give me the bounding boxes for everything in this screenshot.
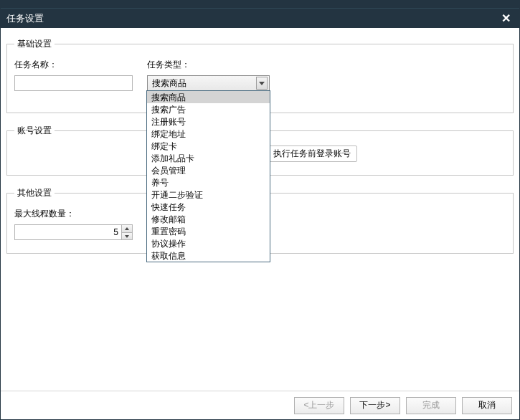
task-type-option[interactable]: 开通二步验证 (147, 188, 270, 201)
chevron-up-icon (125, 227, 129, 230)
max-threads-spinner[interactable] (14, 224, 158, 240)
task-type-option[interactable]: 添加礼品卡 (147, 152, 270, 164)
task-type-option[interactable]: 重置密码 (147, 225, 270, 237)
next-button[interactable]: 下一步> (350, 397, 400, 414)
task-type-dropdown-button[interactable] (256, 77, 268, 90)
task-type-option[interactable]: 注册账号 (147, 115, 270, 128)
other-settings-legend: 其他设置 (14, 187, 55, 199)
dialog-body: 基础设置 任务名称： 任务类型： 搜索商品 搜索商 (1, 28, 519, 391)
task-name-input[interactable] (14, 75, 133, 91)
top-strip (1, 1, 519, 8)
login-before-task-label: 执行任务前登录账号 (273, 148, 351, 160)
dialog-footer: <上一步 下一步> 完成 取消 (1, 391, 519, 419)
window-title: 任务设置 (6, 12, 498, 25)
chevron-down-icon (125, 235, 129, 238)
task-type-option[interactable]: 协议操作 (147, 237, 270, 249)
task-type-option[interactable]: 绑定地址 (147, 128, 270, 140)
basic-settings-legend: 基础设置 (14, 38, 55, 50)
task-type-option[interactable]: 绑定卡 (147, 140, 270, 152)
task-type-combo-box[interactable]: 搜索商品 (147, 75, 270, 91)
max-threads-label: 最大线程数量： (14, 208, 136, 224)
task-type-option[interactable]: 养号 (147, 176, 270, 188)
cancel-button[interactable]: 取消 (462, 397, 512, 414)
max-threads-down-button[interactable] (122, 232, 132, 239)
chevron-down-icon (259, 82, 265, 85)
task-type-option[interactable]: 获取信息 (147, 249, 270, 262)
task-type-dropdown-list[interactable]: 搜索商品搜索广告注册账号绑定地址绑定卡添加礼品卡会员管理养号开通二步验证快速任务… (146, 90, 270, 262)
task-type-option[interactable]: 会员管理 (147, 164, 270, 176)
basic-settings-group: 基础设置 任务名称： 任务类型： 搜索商品 搜索商 (6, 38, 514, 113)
prev-button: <上一步 (294, 397, 344, 414)
close-button[interactable]: ✕ (498, 11, 514, 25)
login-before-task-radio[interactable]: 执行任务前登录账号 (258, 145, 357, 162)
task-type-label: 任务类型： (147, 59, 269, 75)
task-name-label: 任务名称： (14, 59, 136, 75)
task-type-selected-text: 搜索商品 (152, 77, 186, 90)
task-type-option[interactable]: 修改邮箱 (147, 213, 270, 225)
task-type-option[interactable]: 搜索广告 (147, 103, 270, 115)
finish-button: 完成 (406, 397, 456, 414)
account-settings-legend: 账号设置 (14, 125, 55, 137)
max-threads-up-button[interactable] (122, 225, 132, 232)
task-type-combo[interactable]: 搜索商品 搜索商品搜索广告注册账号绑定地址绑定卡添加礼品卡会员管理养号开通二步验… (147, 75, 270, 91)
max-threads-input[interactable] (14, 224, 122, 240)
task-type-option[interactable]: 快速任务 (147, 201, 270, 213)
title-bar: 任务设置 ✕ (1, 8, 519, 28)
task-settings-window: 任务设置 ✕ 基础设置 任务名称： 任务类型： 搜索商品 (0, 0, 520, 420)
task-type-option[interactable]: 搜索商品 (147, 91, 270, 103)
